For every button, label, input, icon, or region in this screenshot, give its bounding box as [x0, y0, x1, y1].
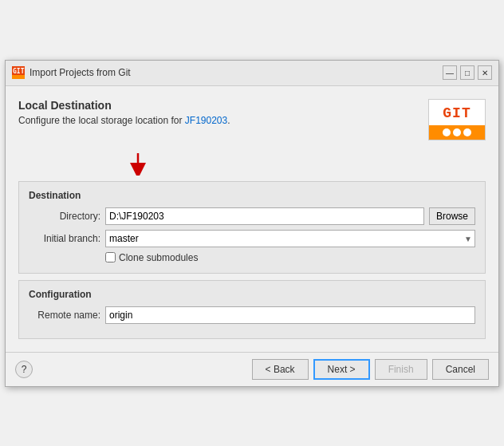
titlebar-left: GIT Import Projects from Git	[12, 66, 131, 79]
destination-section-label: Destination	[29, 190, 475, 201]
browse-button[interactable]: Browse	[429, 207, 475, 225]
dialog-title: Import Projects from Git	[30, 67, 131, 78]
titlebar: GIT Import Projects from Git — □ ✕	[6, 61, 498, 86]
initial-branch-select[interactable]: master main develop	[105, 230, 475, 247]
minimize-button[interactable]: —	[443, 65, 457, 80]
arrow-indicator	[122, 152, 486, 178]
remote-name-input[interactable]	[105, 306, 475, 324]
header-section: Local Destination Configure the local st…	[18, 99, 486, 140]
header-description: Configure the local storage location for…	[18, 115, 428, 126]
initial-branch-label: Initial branch:	[29, 233, 100, 244]
footer-right: < Back Next > Finish Cancel	[252, 359, 489, 380]
import-dialog: GIT Import Projects from Git — □ ✕ Local…	[5, 60, 499, 387]
directory-input[interactable]	[105, 207, 424, 225]
git-logo: GIT	[428, 99, 486, 140]
clone-submodules-row: Clone submodules	[105, 252, 475, 263]
clone-submodules-label[interactable]: Clone submodules	[119, 252, 198, 263]
project-link[interactable]: JF190203	[185, 115, 227, 126]
remote-name-row: Remote name:	[29, 306, 475, 324]
clone-submodules-checkbox[interactable]	[105, 252, 116, 262]
restore-button[interactable]: □	[460, 65, 474, 80]
directory-row: Directory: Browse	[29, 207, 475, 225]
close-button[interactable]: ✕	[478, 65, 492, 80]
description-prefix: Configure the local storage location for	[18, 115, 185, 126]
destination-panel: Destination Directory: Browse Initial br…	[18, 181, 486, 274]
configuration-panel: Configuration Remote name:	[18, 280, 486, 339]
description-suffix: .	[227, 115, 230, 126]
finish-button[interactable]: Finish	[375, 359, 427, 380]
page-title: Local Destination	[18, 99, 428, 112]
git-mini-icon-2	[453, 128, 461, 136]
footer: ? < Back Next > Finish Cancel	[6, 352, 498, 386]
cancel-button[interactable]: Cancel	[432, 359, 489, 380]
help-button[interactable]: ?	[15, 361, 33, 378]
back-button[interactable]: < Back	[252, 359, 309, 380]
initial-branch-wrapper: master main develop ▼	[105, 230, 475, 247]
svg-text:GIT: GIT	[13, 68, 25, 75]
directory-label: Directory:	[29, 211, 100, 222]
dialog-icon: GIT	[12, 66, 25, 79]
initial-branch-row: Initial branch: master main develop ▼	[29, 230, 475, 247]
git-logo-strip	[429, 125, 485, 140]
titlebar-controls: — □ ✕	[443, 65, 492, 80]
git-mini-icon-1	[443, 128, 451, 136]
remote-name-label: Remote name:	[29, 310, 100, 321]
header-text: Local Destination Configure the local st…	[18, 99, 428, 126]
content-area: Local Destination Configure the local st…	[6, 86, 498, 352]
footer-left: ?	[15, 361, 33, 378]
configuration-section-label: Configuration	[29, 289, 475, 300]
git-mini-icon-3	[463, 128, 471, 136]
svg-rect-1	[12, 75, 25, 79]
next-button[interactable]: Next >	[313, 359, 370, 380]
